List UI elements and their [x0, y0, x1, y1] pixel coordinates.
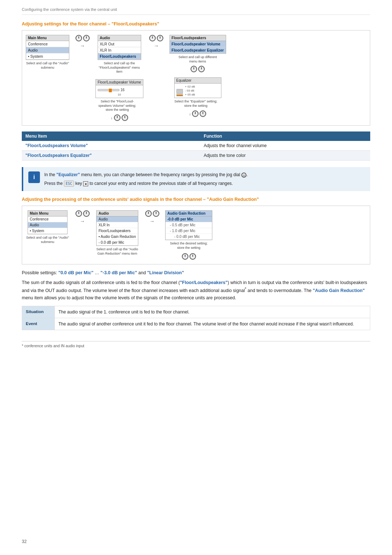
gain-audio-title: Audio — [97, 211, 138, 216]
volume-box-content: 16 10 — [96, 85, 143, 98]
dial-icons-1 — [75, 35, 90, 41]
eq-dial-row: ↓ — [189, 110, 207, 117]
footnote-ref: * — [245, 287, 246, 291]
diag-col-mainmenu: Main Menu Conference Audio • System Sele… — [26, 35, 69, 70]
arrow-right-2: → — [154, 43, 159, 49]
situation-table: Situation The audio signal of the 1. con… — [22, 306, 370, 330]
info-box: i In the "Equalizer" menu item, you can … — [22, 167, 370, 191]
eq-bar-1 — [176, 89, 183, 90]
main-menu-box: Main Menu Conference Audio • System — [26, 35, 69, 60]
eq-bars-row: + 02 dB - 03 dB + 05 dB — [176, 85, 219, 96]
gain-label1: Select and call up the "Audio" submenu — [26, 236, 69, 244]
slider-thumb — [109, 89, 112, 92]
audio-menu-floor: Floor/Loudspeakers — [98, 53, 141, 60]
gain-arrow-right-2: → — [150, 218, 155, 224]
table-row-2: "Floor/Loudspeakers Equalizer" Adjusts t… — [22, 151, 370, 161]
floor-menu-eq: Floor/Loudspeaker Equalizer — [170, 47, 226, 53]
section2-heading: Adjusting the processing of the conferen… — [22, 197, 370, 202]
volume-box: Floor/Loudspeaker Volume 16 10 — [95, 79, 143, 98]
eq-db-labels: + 02 dB - 03 dB + 05 dB — [185, 85, 195, 96]
gain-col-gainmenu: Audio Gain Reduction -0.0 dB per Mic - 0… — [165, 210, 212, 259]
arrow1: → — [72, 35, 93, 49]
gain-main-conference: Conference — [28, 216, 67, 222]
setting-0db: "0.0 dB per Mic" — [58, 270, 94, 275]
gain-arrow1: → — [72, 210, 93, 224]
info-text: In the "Equalizer" menu item, you can ch… — [44, 171, 365, 187]
dial-3a — [191, 66, 197, 72]
situation-row: Situation The audio signal of the 1. con… — [22, 306, 370, 318]
menu-item-2-text: "Floor/Loudspeakers Equalizer" — [25, 153, 92, 158]
main-menu-item-system: • System — [26, 53, 69, 60]
gain-item-0db: -0.0 dB per Mic — [166, 216, 212, 222]
gain-arrow-right-1: → — [80, 218, 85, 224]
audio-menu-title: Audio — [98, 35, 141, 41]
gain-col-mainmenu: Main Menu Conference Audio • System Sele… — [26, 210, 69, 244]
gain-item-1.0db: - 1.0 dB per Mic — [166, 228, 212, 234]
volume-box-title: Floor/Loudspeaker Volume — [96, 80, 143, 85]
eq-db-2: - 03 dB — [185, 89, 195, 92]
eq-sub-label: Select the "Equalizer" setting; store th… — [174, 100, 218, 108]
eq-db-1: + 02 dB — [185, 85, 195, 88]
arrow-right-1: → — [80, 43, 85, 49]
table-cell-menu-1: "Floor/Loudspeakers Volume" — [22, 141, 200, 151]
label3: Select and call up different menu items — [176, 55, 220, 64]
eq-bar-3 — [176, 93, 183, 94]
volume-slider-row: 16 — [98, 88, 141, 92]
down-arrow-eq: ↓ — [189, 112, 191, 116]
gain-label2: Select and call up the "Audio Gain Reduc… — [95, 247, 139, 256]
event-label: Event — [22, 318, 55, 330]
gain-audio-xlrin: XLR In — [97, 222, 138, 228]
jog-dial-icon: ◎ — [241, 173, 246, 178]
info-line2: Press the ESC key ■ to cancel your entry… — [44, 180, 365, 187]
floor-dial-row — [191, 66, 205, 72]
gain-dial-2b — [153, 210, 159, 217]
dial-eq-a — [192, 110, 199, 117]
down-arrow-vol: ↓ — [111, 116, 113, 120]
eq-box: Equalizer + 02 dB - 03 dB — [174, 77, 221, 98]
gain-dial-3a — [182, 253, 188, 260]
gain-dial-1b — [83, 210, 90, 217]
main-menu-item-conference: Conference — [26, 41, 69, 47]
table-cell-menu-2: "Floor/Loudspeakers Equalizer" — [22, 151, 200, 161]
gain-audio-db: - 0.0 dB per Mic — [97, 240, 138, 246]
gain-reduction-link: "Audio Gain Reduction" — [313, 288, 365, 293]
floor-menu-box: Floor/Loudspeakers Floor/Loudspeaker Vol… — [170, 35, 226, 54]
eq-area: Equalizer + 02 dB - 03 dB — [174, 76, 221, 108]
eq-db-3: + 05 dB — [185, 93, 195, 96]
diagram1: Main Menu Conference Audio • System Sele… — [22, 30, 370, 126]
audio-menu-xlrout: XLR Out — [98, 41, 141, 47]
floor-link: "Floor/Loudspeakers" — [180, 280, 228, 285]
equalizer-link-1: "Equalizer" — [56, 172, 80, 177]
gain-audio-reduction: • Audio Gain Reduction — [97, 234, 138, 240]
dial-1a — [75, 35, 82, 41]
dial-2a — [149, 35, 156, 41]
main-menu-item-audio: Audio — [26, 47, 69, 53]
eq-bar-2 — [176, 90, 183, 93]
dial-vol-b — [122, 114, 128, 121]
dial-eq-b — [200, 110, 206, 117]
gain-item-0.0db2: - 0.0 dB per Mic — [166, 234, 212, 240]
gain-right-menu: Audio Gain Reduction -0.0 dB per Mic - 0… — [165, 210, 212, 240]
floor-menu-title: Floor/Loudspeakers — [170, 35, 226, 41]
floor-menu-volume: Floor/Loudspeaker Volume — [170, 41, 226, 47]
table-header-function: Function — [200, 131, 370, 141]
menu-item-1-text: "Floor/Loudspeakers Volume" — [25, 143, 88, 148]
gain-dial-3b — [189, 253, 196, 260]
volume-sub-label: Select the "Floor/Loud-speakers Volume" … — [95, 100, 139, 112]
main-menu-title: Main Menu — [26, 35, 69, 41]
audio-menu-box: Audio XLR Out XLR In Floor/Loudspeakers — [98, 35, 141, 60]
info-line1: In the "Equalizer" menu item, you can ch… — [44, 171, 365, 178]
diagram2: Main Menu Conference Audio • System Sele… — [22, 206, 370, 264]
gain-label3: Select the desired setting; store the se… — [167, 242, 211, 250]
label1: Select and call up the "Audio" submenu — [26, 61, 69, 70]
body-text-1: The sum of the audio signals of all conf… — [22, 279, 370, 301]
gain-col-audiomenu: Audio Audio XLR In Floor/Loudspeakers • … — [95, 210, 139, 256]
gain-audio-floor: Floor/Loudspeakers — [97, 228, 138, 234]
diag-col-audiomenu: Audio XLR Out XLR In Floor/Loudspeakers … — [95, 35, 143, 121]
situation-label: Situation — [22, 306, 55, 318]
arrow2: → — [146, 35, 167, 49]
eq-box-title: Equalizer — [175, 78, 221, 84]
gain-dial-2a — [145, 210, 152, 217]
dial-3b — [198, 66, 205, 72]
gain-right-title: Audio Gain Reduction — [166, 211, 212, 216]
